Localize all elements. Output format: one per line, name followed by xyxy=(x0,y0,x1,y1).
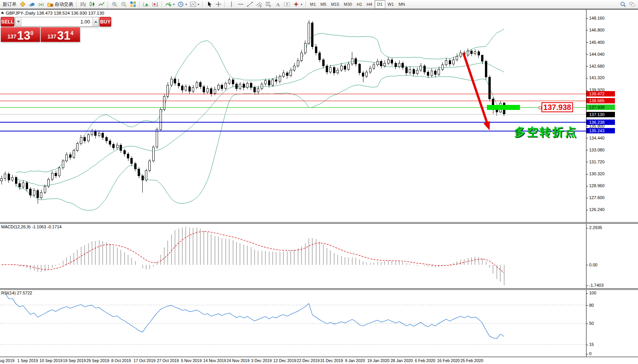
svg-text:E: E xyxy=(260,5,262,8)
macd-panel: MACD(12,26,9) -1.1063 -0.1714 2.29350.00… xyxy=(0,224,638,288)
candlestick-chart-button[interactable] xyxy=(88,0,97,8)
price-callout[interactable]: 137.938 xyxy=(541,102,573,112)
volume-input[interactable] xyxy=(22,17,92,26)
sell-price[interactable]: 137 13 0 xyxy=(1,27,40,42)
rsi-plot[interactable]: RSI(14) 27.5722 xyxy=(0,290,586,357)
annotation-text[interactable]: 多空转折点 xyxy=(514,125,578,140)
date-axis[interactable]: 2 Aug 20191 Sep 201910 Sep 201919 Sep 20… xyxy=(0,357,638,364)
toolbar-separator xyxy=(202,1,203,8)
arrows-button[interactable]: ▾ xyxy=(292,0,304,8)
chart-shift-button[interactable] xyxy=(151,0,160,8)
tile-windows-button[interactable] xyxy=(128,0,138,8)
price-marker: 139.472 xyxy=(586,91,615,96)
horizontal-price-lines[interactable] xyxy=(0,94,586,131)
periods-button[interactable]: ▾ xyxy=(176,0,188,8)
new-order-button-label: 新订单 xyxy=(3,1,17,8)
toolbar-separator xyxy=(162,1,162,8)
price-marker: 137.130 xyxy=(586,112,615,117)
arrow-up-icon xyxy=(94,21,97,23)
macd-label: MACD(12,26,9) -1.1063 -0.1714 xyxy=(1,224,62,229)
timeframe-mn-label: MN xyxy=(398,2,405,7)
templates-icon xyxy=(190,1,196,7)
sell-button[interactable]: SELL xyxy=(1,17,14,27)
text-button[interactable]: A xyxy=(273,0,282,8)
volume-decrease-button[interactable] xyxy=(15,17,22,26)
main-plot[interactable]: GBPJPY-,Daily 138.473 138.524 136.930 13… xyxy=(0,10,586,222)
volume-box xyxy=(15,17,99,27)
zoom-in-button[interactable] xyxy=(110,0,119,8)
cursor-button[interactable] xyxy=(205,0,214,8)
timeframe-w1[interactable]: W1 xyxy=(385,0,396,8)
toolbar-items: 新订单自动交易▾▾▾EFAT▾M1M5M15M30H1H4D1W1MN xyxy=(1,0,637,8)
arrow-down-icon xyxy=(17,21,20,23)
label-button[interactable]: T xyxy=(282,0,292,8)
symbol-cursor-icon xyxy=(1,12,5,15)
zoom-out-button[interactable] xyxy=(119,0,128,8)
price-tick: 146.800 xyxy=(586,28,605,32)
macd-plot[interactable]: MACD(12,26,9) -1.1063 -0.1714 xyxy=(0,224,586,288)
timeframe-mn[interactable]: MN xyxy=(396,0,407,8)
price-tick: 142.680 xyxy=(586,64,605,68)
zoomin-icon xyxy=(112,1,118,7)
bar-chart-button[interactable] xyxy=(78,0,88,8)
vline-icon xyxy=(228,1,235,7)
auto-scroll-button[interactable] xyxy=(142,0,151,8)
fibonacci-icon: F xyxy=(265,1,272,7)
indicators-button[interactable]: ▾ xyxy=(164,0,176,8)
macd-chart xyxy=(0,224,586,288)
new-order-button[interactable]: 新订单 xyxy=(1,0,18,8)
timeframe-h4[interactable]: H4 xyxy=(365,0,375,8)
timeframe-w1-label: W1 xyxy=(388,2,394,7)
crosshair-button[interactable] xyxy=(214,0,223,8)
metaeditor-button[interactable] xyxy=(18,0,27,8)
fibonacci-button[interactable]: F xyxy=(264,0,273,8)
gold-icon xyxy=(20,1,26,7)
price-tick: 134.440 xyxy=(586,136,605,140)
chevron-down-icon: ▾ xyxy=(198,3,199,6)
volume-increase-button[interactable] xyxy=(92,17,98,26)
trendline-button[interactable] xyxy=(245,0,255,8)
candles xyxy=(1,20,505,204)
timeframe-m30[interactable]: M30 xyxy=(341,0,354,8)
templates-button[interactable]: ▾ xyxy=(188,0,201,8)
buy-price-big: 31 xyxy=(57,31,70,41)
periods-icon xyxy=(178,1,184,7)
trendline-icon xyxy=(247,1,253,7)
timeframe-d1[interactable]: D1 xyxy=(375,0,385,9)
chat-icon xyxy=(629,1,635,7)
timeframe-h4-label: H4 xyxy=(367,2,372,7)
macd-signal-line xyxy=(2,231,504,273)
timeframe-h1[interactable]: H1 xyxy=(354,0,364,8)
timeframe-m5[interactable]: M5 xyxy=(318,0,328,8)
timeframe-m1[interactable]: M1 xyxy=(308,0,318,8)
toolbar-separator xyxy=(76,1,77,8)
price-tick: 133.080 xyxy=(586,148,605,152)
macd-axis[interactable]: 2.29350.00-1.7403 xyxy=(586,224,638,288)
search-button[interactable] xyxy=(618,0,628,8)
timeframe-m5-label: M5 xyxy=(320,2,326,7)
price-axis[interactable]: 148.160146.800145.400144.040142.680141.3… xyxy=(586,10,638,222)
toolbar-separator xyxy=(305,1,306,8)
bars-icon xyxy=(80,1,86,7)
support-highlight-bar[interactable] xyxy=(487,105,520,110)
price-tick: 126.240 xyxy=(586,207,605,212)
rsi-scale-tick: 100 xyxy=(586,291,596,295)
rsi-axis[interactable]: 1008050150 xyxy=(586,290,638,357)
channel-button[interactable]: E xyxy=(255,0,264,8)
channel-icon: E xyxy=(256,1,262,7)
chat-button[interactable] xyxy=(628,0,637,8)
vertical-line-button[interactable] xyxy=(227,0,236,8)
autotrading-button[interactable]: 自动交易 xyxy=(46,0,75,8)
line-chart-button[interactable] xyxy=(97,0,106,8)
horizontal-line-button[interactable] xyxy=(236,0,245,8)
rsi-scale-tick: 80 xyxy=(586,303,594,307)
arrows-icon xyxy=(293,1,299,7)
buy-price[interactable]: 137 31 4 xyxy=(41,27,80,42)
timeframe-m15[interactable]: M15 xyxy=(329,0,341,8)
hline-icon xyxy=(238,1,244,7)
sell-price-small: 137 xyxy=(7,33,16,40)
signals-button[interactable] xyxy=(37,0,46,8)
buy-button[interactable]: BUY xyxy=(100,17,111,27)
mql5-profile-button[interactable] xyxy=(27,0,37,8)
sell-price-big: 13 xyxy=(17,31,30,41)
